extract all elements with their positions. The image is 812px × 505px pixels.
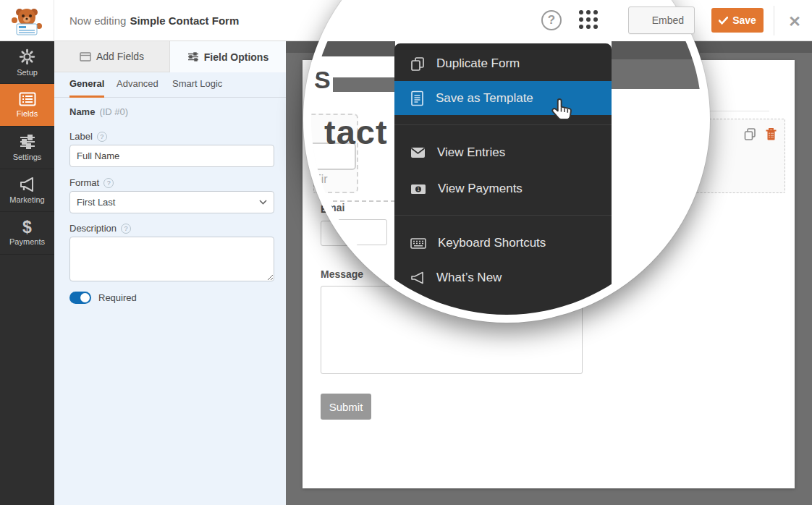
field-name: Name bbox=[69, 106, 95, 117]
menu-item-view-entries[interactable]: View Entries bbox=[394, 137, 612, 168]
required-label: Required bbox=[98, 292, 137, 303]
dollar-icon: $ bbox=[22, 220, 32, 234]
sidebar-item-fields[interactable]: Fields bbox=[0, 84, 54, 127]
subtab-advanced[interactable]: Advanced bbox=[117, 78, 158, 89]
message-label: Message bbox=[321, 268, 363, 280]
hand-cursor-icon bbox=[550, 98, 575, 124]
field-id: (ID #0) bbox=[99, 106, 128, 117]
sidebar-item-setup[interactable]: Setup bbox=[0, 41, 54, 84]
announce-icon bbox=[410, 271, 425, 284]
format-select[interactable]: First Last bbox=[69, 191, 274, 213]
now-editing-title: Now editing Simple Contact Form bbox=[69, 0, 239, 41]
description-help-icon[interactable]: ? bbox=[121, 224, 131, 234]
submit-button[interactable]: Submit bbox=[321, 394, 371, 420]
magnified-heading-fragment-s: S bbox=[314, 66, 331, 94]
label-input[interactable] bbox=[69, 145, 274, 167]
editing-prefix: Now editing bbox=[69, 14, 126, 27]
check-icon bbox=[719, 17, 728, 25]
magnified-first-sublabel: Fir bbox=[314, 173, 328, 186]
menu-item-save-as-template[interactable]: Save as Template bbox=[394, 81, 612, 115]
panel-tabs: Add Fields Field Options bbox=[54, 41, 286, 72]
help-icon[interactable]: ? bbox=[541, 10, 562, 30]
magnified-gray-band-right bbox=[612, 59, 702, 89]
megaphone-icon bbox=[19, 177, 36, 192]
subtab-general[interactable]: General bbox=[69, 78, 104, 89]
menu-separator bbox=[394, 124, 612, 125]
magnified-top-strip-left bbox=[311, 41, 395, 56]
description-field-label: Description ? bbox=[69, 223, 131, 234]
sidebar-label-settings: Settings bbox=[13, 153, 42, 161]
file-template-icon bbox=[410, 90, 424, 106]
add-fields-tab-icon bbox=[80, 52, 91, 61]
menu-grid-icon[interactable] bbox=[579, 10, 601, 32]
teddy-bear-logo-icon bbox=[11, 6, 43, 36]
topbar-divider bbox=[774, 6, 774, 35]
envelope-icon bbox=[410, 147, 426, 158]
duplicate-icon bbox=[410, 56, 425, 72]
gear-icon bbox=[19, 48, 35, 65]
menu-item-view-payments[interactable]: 1 View Payments bbox=[394, 174, 612, 204]
keyboard-icon bbox=[410, 238, 426, 249]
magnified-heading-fragment: tact bbox=[324, 112, 388, 152]
active-subtab-underline bbox=[69, 96, 104, 98]
duplicate-field-icon[interactable] bbox=[743, 127, 757, 141]
field-options-tab-icon bbox=[187, 52, 199, 61]
sidebar-item-payments[interactable]: $ Payments bbox=[0, 212, 54, 255]
sidebar-label-fields: Fields bbox=[17, 109, 38, 118]
description-textarea[interactable] bbox=[69, 237, 274, 281]
menu-item-whats-new[interactable]: What’s New bbox=[394, 263, 612, 292]
subtab-smart-logic[interactable]: Smart Logic bbox=[172, 78, 222, 89]
delete-field-icon[interactable] bbox=[765, 127, 777, 141]
field-options-panel: Add Fields Field Options General Advance… bbox=[54, 41, 286, 505]
form-actions-menu: Duplicate Form Save as Template View Ent… bbox=[394, 43, 612, 315]
sidebar-item-marketing[interactable]: Marketing bbox=[0, 169, 54, 212]
tab-add-fields[interactable]: Add Fields bbox=[54, 41, 170, 72]
label-help-icon[interactable]: ? bbox=[97, 132, 107, 142]
embed-button[interactable]: Embed bbox=[628, 7, 695, 34]
toggle-knob bbox=[80, 293, 90, 302]
field-name-row: Name (ID #0) bbox=[69, 106, 128, 117]
tab-field-options[interactable]: Field Options bbox=[170, 41, 286, 72]
menu-separator bbox=[394, 215, 612, 216]
format-field-label: Format ? bbox=[69, 177, 114, 188]
sliders-icon bbox=[19, 134, 36, 150]
close-button[interactable]: ✕ bbox=[785, 12, 804, 31]
menu-item-duplicate-form[interactable]: Duplicate Form bbox=[394, 49, 612, 78]
magnified-gray-band-left bbox=[333, 77, 395, 92]
save-button[interactable]: Save bbox=[711, 8, 764, 33]
sidebar-label-marketing: Marketing bbox=[9, 195, 44, 204]
required-toggle[interactable] bbox=[69, 292, 91, 304]
wpforms-logo bbox=[0, 0, 54, 41]
sidebar-label-setup: Setup bbox=[17, 68, 38, 77]
chevron-down-icon bbox=[259, 200, 267, 205]
format-help-icon[interactable]: ? bbox=[103, 178, 114, 188]
sidebar-label-payments: Payments bbox=[9, 237, 45, 246]
editing-form-name: Simple Contact Form bbox=[130, 14, 239, 27]
menu-item-keyboard-shortcuts[interactable]: Keyboard Shortcuts bbox=[394, 229, 612, 258]
label-field-label: Label ? bbox=[69, 131, 107, 142]
svg-text:1: 1 bbox=[417, 186, 420, 191]
builder-sidebar: Setup Fields Settings Marketing $ Paymen… bbox=[0, 41, 54, 505]
option-subtabs: General Advanced Smart Logic bbox=[54, 72, 286, 98]
banknote-icon: 1 bbox=[410, 184, 426, 195]
fields-icon bbox=[19, 92, 36, 106]
magnified-top-strip-right bbox=[612, 41, 702, 59]
sidebar-item-settings[interactable]: Settings bbox=[0, 127, 54, 169]
